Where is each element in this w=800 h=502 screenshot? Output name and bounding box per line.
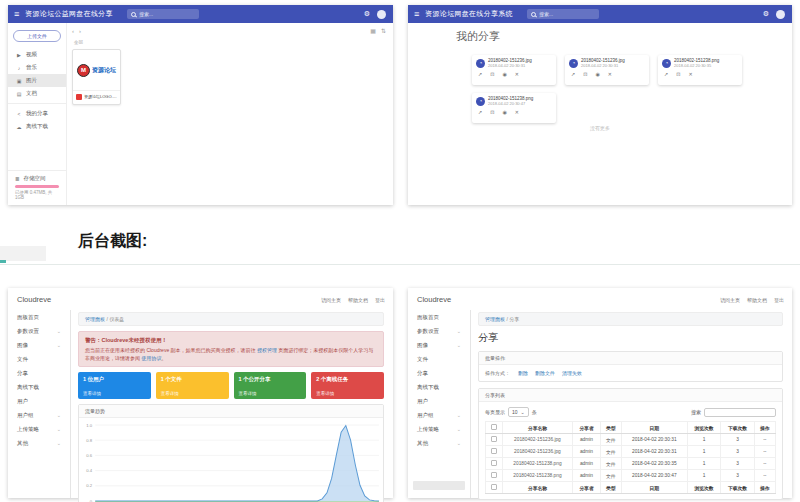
share-card[interactable]: ◔ 20180402-151238.png 2018-04-02 20:30:3… [658,55,742,85]
sidebar-item-shares[interactable]: 分享 [8,366,70,380]
sidebar-item-other[interactable]: 其他⌄ [408,436,470,450]
row-checkbox[interactable] [486,458,503,470]
nav-logout-link[interactable]: 登出 [375,297,385,303]
share-card[interactable]: ◔ 20180402-151238.png 2018-04-02 20:30:4… [472,93,556,123]
lock-icon[interactable]: ⊡ [676,71,680,77]
batch-delete-files-link[interactable]: 删除文件 [535,370,555,376]
sidebar-item-document[interactable]: ▤ 文档 [8,87,66,100]
nav-help-link[interactable]: 帮助文档 [747,297,767,303]
stat-card-files[interactable]: 1 个文件 查看详情 [156,372,229,399]
sidebar-item-policies[interactable]: 上传策略⌄ [408,422,470,436]
sidebar-item-offline-download[interactable]: ☁ 离线下载 [8,120,66,133]
view-more-link[interactable]: 查看详情 [83,391,146,396]
files-search-input[interactable]: 搜索... [127,9,199,19]
open-link-icon[interactable]: ↗ [664,71,668,77]
breadcrumb-link[interactable]: 管理面板 [85,316,105,322]
select-all-checkbox[interactable] [486,422,503,434]
sidebar-item-users[interactable]: 用户 [8,394,70,408]
sidebar-item-music[interactable]: ♪ 音乐 [8,61,66,74]
forward-icon[interactable]: › [79,28,81,34]
avatar[interactable] [377,10,386,19]
nav-help-link[interactable]: 帮助文档 [348,297,368,303]
sidebar-item-label: 文档 [26,90,37,97]
preview-icon[interactable]: ◉ [595,71,599,77]
row-checkbox[interactable] [486,470,503,482]
delete-icon[interactable]: ✕ [608,71,612,77]
license-manage-link[interactable]: 授权管理 [257,347,277,353]
sidebar-item-groups[interactable]: 用户组⌄ [408,408,470,422]
view-more-link[interactable]: 查看详情 [161,391,224,396]
sidebar-item-other[interactable]: 其他⌄ [8,436,70,450]
storage-quota: ≣ 存储空间 已使用 0.47MB, 共 1GB [8,170,66,200]
share-card[interactable]: ◔ 20180402-151236.jpg 2018-04-02 20:30:3… [472,55,556,85]
delete-icon[interactable]: ✕ [515,109,519,115]
lock-icon[interactable]: ⊡ [490,71,494,77]
sidebar-item-offline[interactable]: 离线下载 [8,380,70,394]
gear-icon[interactable]: ⚙ [364,10,370,18]
preview-icon[interactable]: ◉ [502,109,506,115]
share-date: 2018-04-02 20:30:31 [581,63,625,68]
upload-button[interactable]: 上传文件 [13,30,61,42]
sidebar-item-images[interactable]: 图像⌄ [8,338,70,352]
sidebar-item-files[interactable]: 文件 [8,352,70,366]
row-checkbox[interactable] [486,446,503,458]
brand-logo[interactable]: Cloudreve [17,295,51,304]
shares-search-input[interactable]: 搜索... [527,9,599,19]
batch-delete-link[interactable]: 删除 [518,370,528,376]
menu-icon[interactable]: ≡ [14,10,19,19]
delete-icon[interactable]: ✕ [688,71,692,77]
preview-icon[interactable]: ◉ [502,71,506,77]
lock-icon[interactable]: ⊡ [583,71,587,77]
file-card[interactable]: M 资源论坛 资源论坛LOGO.png [72,49,121,105]
table-row[interactable]: 20180402-151238.png admin 文件 2018-04-02 … [486,458,776,470]
avatar[interactable] [776,10,785,19]
view-more-link[interactable]: 查看详情 [239,391,302,396]
stat-card-offline[interactable]: 2 个离线任务 查看详情 [311,372,384,399]
table-row[interactable]: 20180402-151238.png admin 文件 2018-04-02 … [486,470,776,482]
sidebar-item-video[interactable]: ▶ 视频 [8,48,66,61]
back-icon[interactable]: ‹ [72,28,74,34]
sidebar-item-policies[interactable]: 上传策略⌄ [8,422,70,436]
open-link-icon[interactable]: ↗ [478,109,482,115]
nav-home-link[interactable]: 访问主页 [720,297,740,303]
sidebar-item-users[interactable]: 用户 [408,394,470,408]
sidebar-item-settings[interactable]: 参数设置⌄ [8,324,70,338]
batch-clean-invalid-link[interactable]: 清理失效 [562,370,582,376]
sort-icon[interactable]: ⇅ [381,27,386,34]
sidebar-item-images[interactable]: 图像⌄ [408,338,470,352]
menu-icon[interactable]: ≡ [414,10,419,19]
stat-card-users[interactable]: 1 位用户 查看详情 [78,372,151,399]
breadcrumb-link[interactable]: 管理面板 [485,316,505,322]
license-agreement-link[interactable]: 使用协议 [141,355,161,361]
row-checkbox[interactable] [486,434,503,446]
grid-view-icon[interactable]: ▦ [370,27,376,34]
sidebar-item-my-shares[interactable]: < 我的分享 [8,107,66,120]
sidebar-item-groups[interactable]: 用户组⌄ [8,408,70,422]
lock-icon[interactable]: ⊡ [490,109,494,115]
admin-sidebar: 面板首页 参数设置⌄ 图像⌄ 文件 分享 离线下载 用户 用户组⌄ 上传策略⌄ … [408,310,471,498]
chevron-down-icon: ⌄ [57,426,61,432]
open-link-icon[interactable]: ↗ [571,71,575,77]
table-row[interactable]: 20180402-151236.jpg admin 文件 2018-04-02 … [486,446,776,458]
nav-logout-link[interactable]: 登出 [774,297,784,303]
per-page-select[interactable]: 10 ⌄ [508,407,529,417]
stat-card-shares[interactable]: 1 个公开分享 查看详情 [234,372,307,399]
sidebar-item-offline[interactable]: 离线下载 [408,380,470,394]
nav-home-link[interactable]: 访问主页 [321,297,341,303]
admin-topnav: 访问主页 帮助文档 登出 [720,297,784,303]
sidebar-item-settings[interactable]: 参数设置⌄ [408,324,470,338]
gear-icon[interactable]: ⚙ [763,10,769,18]
share-card[interactable]: ◔ 20180402-151236.jpg 2018-04-02 20:30:3… [565,55,649,85]
sidebar-item-files[interactable]: 文件 [408,352,470,366]
sidebar-item-dashboard[interactable]: 面板首页 [8,310,70,324]
brand-logo[interactable]: Cloudreve [417,295,451,304]
open-link-icon[interactable]: ↗ [478,71,482,77]
delete-icon[interactable]: ✕ [515,71,519,77]
sidebar-item-image[interactable]: ▣ 图片 [8,74,66,87]
share-search-input[interactable] [704,408,776,417]
select-all-checkbox[interactable] [486,482,503,494]
view-more-link[interactable]: 查看详情 [316,391,379,396]
sidebar-item-shares[interactable]: 分享 [408,366,470,380]
table-row[interactable]: 20180402-151236.jpg admin 文件 2018-04-02 … [486,434,776,446]
sidebar-item-dashboard[interactable]: 面板首页 [408,310,470,324]
